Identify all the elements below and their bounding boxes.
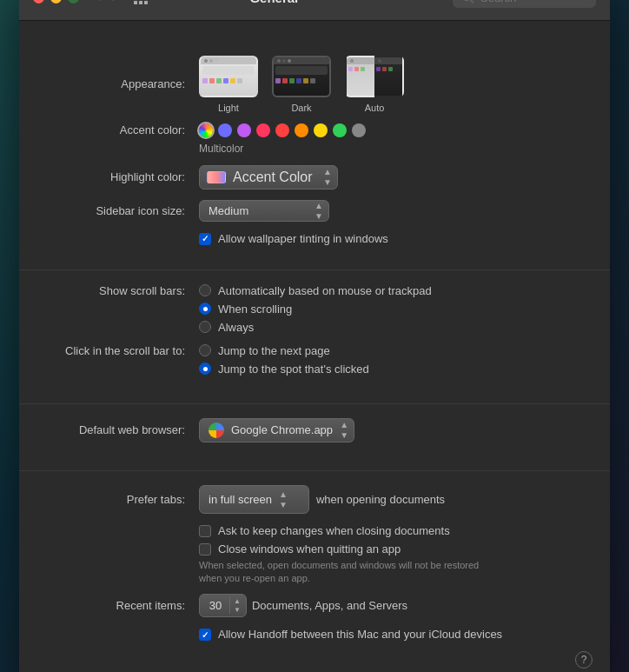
close-button[interactable] bbox=[33, 0, 44, 3]
fullscreen-button[interactable] bbox=[68, 0, 79, 3]
scroll-auto-radio[interactable] bbox=[199, 284, 211, 296]
back-button[interactable]: ‹ bbox=[93, 0, 104, 7]
accent-yellow[interactable] bbox=[314, 123, 328, 137]
scroll-click-label: Click in the scroll bar to: bbox=[47, 344, 199, 357]
sidebar-size-value: Medium bbox=[209, 204, 248, 217]
prefer-tabs-controls: in full screen ▲ ▼ when opening document… bbox=[199, 485, 445, 514]
default-browser-dropdown[interactable]: Google Chrome.app ▲ ▼ bbox=[199, 418, 354, 442]
scroll-spot-radio[interactable] bbox=[199, 363, 211, 375]
browser-value: Google Chrome.app bbox=[231, 423, 333, 436]
wallpaper-tinting-checkbox[interactable] bbox=[199, 233, 211, 245]
highlight-dropdown[interactable]: Accent Color ▲ ▼ bbox=[199, 165, 338, 190]
browser-section: Default web browser: Google Chrome.app ▲… bbox=[19, 404, 610, 471]
handoff-row: Allow Handoff between this Mac and your … bbox=[199, 628, 582, 641]
scroll-bars-label: Show scroll bars: bbox=[47, 284, 199, 297]
close-note-text: When selected, open documents and window… bbox=[199, 560, 479, 583]
tabs-section: Prefer tabs: in full screen ▲ ▼ when ope… bbox=[19, 471, 610, 672]
search-input[interactable] bbox=[480, 0, 587, 4]
accent-blue[interactable] bbox=[218, 123, 232, 137]
keep-changes-row: Ask to keep changes when closing documen… bbox=[199, 524, 582, 537]
accent-current-name: Multicolor bbox=[199, 143, 366, 155]
scroll-next-page-row: Jump to the next page bbox=[199, 344, 369, 357]
scroll-auto-row: Automatically based on mouse or trackpad bbox=[199, 284, 432, 297]
close-windows-note: When selected, open documents and window… bbox=[199, 559, 512, 586]
search-box[interactable]: 🔍 bbox=[453, 0, 596, 8]
accent-graphite[interactable] bbox=[352, 123, 366, 137]
scroll-spot-row: Jump to the spot that's clicked bbox=[199, 363, 369, 376]
tabs-arrow: ▲ ▼ bbox=[279, 489, 288, 509]
scroll-next-page-radio[interactable] bbox=[199, 344, 211, 356]
close-windows-checkbox[interactable] bbox=[199, 543, 211, 556]
recent-items-controls: 30 ▲ ▼ Documents, Apps, and Servers bbox=[199, 594, 407, 617]
spinner-up[interactable]: ▲ bbox=[234, 597, 241, 606]
scroll-when-row: When scrolling bbox=[199, 303, 432, 316]
scroll-always-row: Always bbox=[199, 321, 432, 334]
accent-colors bbox=[199, 123, 366, 137]
sidebar-icon-size-row: Sidebar icon size: Medium ▲ ▼ bbox=[47, 200, 582, 222]
scroll-always-radio[interactable] bbox=[199, 321, 211, 333]
handoff-label: Allow Handoff between this Mac and your … bbox=[218, 628, 502, 641]
accent-pink[interactable] bbox=[256, 123, 270, 137]
keep-changes-label: Ask to keep changes when closing documen… bbox=[218, 524, 450, 537]
keep-changes-checkbox[interactable] bbox=[199, 525, 211, 537]
dark-thumb bbox=[272, 56, 331, 97]
recent-items-value: 30 bbox=[205, 599, 226, 612]
close-windows-row: Close windows when quitting an app bbox=[199, 542, 582, 556]
accent-color-label: Accent color: bbox=[47, 123, 199, 136]
appearance-label: Appearance: bbox=[47, 77, 199, 90]
search-icon: 🔍 bbox=[461, 0, 475, 4]
highlight-color-row: Highlight color: Accent Color ▲ ▼ bbox=[47, 165, 582, 190]
dark-label: Dark bbox=[291, 103, 311, 113]
minimize-button[interactable] bbox=[50, 0, 62, 3]
tabs-dropdown[interactable]: in full screen ▲ ▼ bbox=[199, 485, 309, 514]
appearance-auto[interactable]: Auto bbox=[345, 56, 404, 113]
spinner-arrows: ▲ ▼ bbox=[229, 597, 241, 614]
accent-red[interactable] bbox=[275, 123, 289, 137]
auto-thumb bbox=[345, 56, 404, 97]
accent-purple[interactable] bbox=[237, 123, 251, 137]
highlight-arrow: ▲ ▼ bbox=[323, 167, 332, 187]
auto-label: Auto bbox=[365, 103, 385, 113]
appearance-dark[interactable]: Dark bbox=[272, 56, 331, 113]
prefer-tabs-label: Prefer tabs: bbox=[47, 493, 199, 506]
accent-orange[interactable] bbox=[295, 123, 308, 137]
scroll-auto-label: Automatically based on mouse or trackpad bbox=[218, 284, 432, 297]
accent-color-wrapper: Multicolor bbox=[199, 123, 366, 155]
titlebar: ‹ › General 🔍 bbox=[19, 0, 610, 21]
scroll-spot-label: Jump to the spot that's clicked bbox=[218, 363, 369, 376]
accent-multicolor[interactable] bbox=[199, 123, 213, 137]
help-button[interactable]: ? bbox=[575, 651, 593, 669]
recent-items-spinner[interactable]: 30 ▲ ▼ bbox=[199, 594, 247, 617]
scroll-when-label: When scrolling bbox=[218, 303, 292, 316]
scroll-click-options: Jump to the next page Jump to the spot t… bbox=[199, 344, 369, 376]
scroll-bars-options: Automatically based on mouse or trackpad… bbox=[199, 284, 432, 334]
sidebar-icon-size-dropdown[interactable]: Medium ▲ ▼ bbox=[199, 200, 329, 222]
accent-color-row: Accent color: bbox=[47, 123, 582, 155]
scroll-section: Show scroll bars: Automatically based on… bbox=[19, 270, 610, 404]
accent-green[interactable] bbox=[333, 123, 347, 137]
light-label: Light bbox=[218, 103, 239, 113]
close-windows-label: Close windows when quitting an app bbox=[218, 542, 401, 556]
handoff-checkbox[interactable] bbox=[199, 629, 211, 641]
help-icon: ? bbox=[581, 654, 587, 666]
prefer-tabs-row: Prefer tabs: in full screen ▲ ▼ when ope… bbox=[47, 485, 582, 514]
highlight-value: Accent Color bbox=[233, 170, 313, 185]
wallpaper-tinting-label: Allow wallpaper tinting in windows bbox=[218, 232, 388, 245]
appearance-section: Appearance: bbox=[19, 42, 610, 270]
sidebar-icon-size-label: Sidebar icon size: bbox=[47, 204, 199, 217]
default-browser-label: Default web browser: bbox=[47, 423, 199, 436]
settings-window: ‹ › General 🔍 Appearance: bbox=[19, 0, 610, 672]
recent-items-label: Recent items: bbox=[47, 599, 199, 612]
light-thumb bbox=[199, 56, 258, 97]
sidebar-size-arrow: ▲ ▼ bbox=[314, 201, 323, 221]
recent-items-suffix: Documents, Apps, and Servers bbox=[252, 599, 407, 612]
scroll-when-radio[interactable] bbox=[199, 303, 211, 315]
scroll-click-row: Click in the scroll bar to: Jump to the … bbox=[47, 344, 582, 376]
browser-arrow: ▲ ▼ bbox=[340, 420, 348, 440]
spinner-down[interactable]: ▼ bbox=[234, 606, 241, 615]
forward-button[interactable]: › bbox=[108, 0, 119, 7]
appearance-light[interactable]: Light bbox=[199, 56, 258, 113]
highlight-swatch bbox=[207, 171, 226, 183]
window-title: General bbox=[106, 0, 442, 5]
recent-items-row: Recent items: 30 ▲ ▼ Documents, Apps, an… bbox=[47, 594, 582, 617]
